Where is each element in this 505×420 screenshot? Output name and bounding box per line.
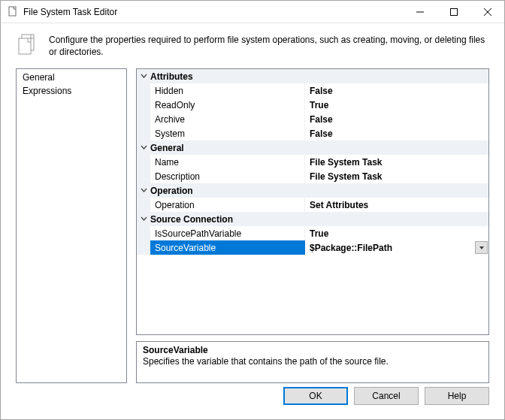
category-label: Source Connection (150, 214, 488, 225)
category-label: Attributes (150, 71, 488, 82)
row-gutter (137, 155, 150, 169)
window-title: File System Task Editor (23, 7, 403, 17)
property-value[interactable]: File System Task (305, 169, 488, 183)
chevron-down-icon[interactable] (137, 144, 150, 151)
category-header[interactable]: Source Connection (137, 212, 488, 226)
property-value[interactable]: $Package::FilePath (305, 240, 488, 255)
row-gutter (137, 240, 150, 255)
description-panel: SourceVariable Specifies the variable th… (136, 341, 489, 383)
svg-rect-0 (9, 7, 16, 16)
property-name: Description (150, 169, 305, 183)
header-description: Configure the properties required to per… (49, 32, 489, 58)
svg-rect-2 (450, 8, 457, 15)
property-row[interactable]: NameFile System Task (137, 155, 488, 169)
property-name: IsSourcePathVariable (150, 226, 305, 240)
property-value[interactable]: File System Task (305, 155, 488, 169)
property-name: System (150, 126, 305, 141)
cancel-button[interactable]: Cancel (354, 387, 419, 405)
property-name: ReadOnly (150, 98, 305, 112)
footer: OK Cancel Help (1, 383, 504, 419)
row-gutter (137, 198, 150, 212)
dialog-window: File System Task Editor Configure the pr… (0, 0, 505, 420)
app-icon (7, 6, 19, 18)
property-name: SourceVariable (150, 240, 305, 255)
property-name: Operation (150, 198, 305, 212)
dropdown-button[interactable] (475, 241, 488, 254)
property-grid[interactable]: AttributesHiddenFalseReadOnlyTrueArchive… (136, 68, 489, 335)
property-name: Hidden (150, 83, 305, 98)
property-value[interactable]: True (305, 98, 488, 112)
maximize-button[interactable] (437, 1, 470, 23)
category-header[interactable]: Operation (137, 183, 488, 198)
header: Configure the properties required to per… (1, 23, 504, 68)
category-label: Operation (150, 186, 488, 196)
category-header[interactable]: General (137, 141, 488, 155)
help-button[interactable]: Help (425, 387, 489, 405)
ok-button[interactable]: OK (283, 387, 348, 405)
description-title: SourceVariable (143, 345, 482, 355)
close-button[interactable] (470, 1, 504, 23)
property-name: Name (150, 155, 305, 169)
row-gutter (137, 126, 150, 141)
property-value[interactable]: False (305, 112, 488, 126)
property-value[interactable]: Set Attributes (305, 198, 488, 212)
category-header[interactable]: Attributes (137, 69, 488, 83)
property-row[interactable]: ReadOnlyTrue (137, 98, 488, 112)
row-gutter (137, 112, 150, 126)
row-gutter (137, 98, 150, 112)
titlebar: File System Task Editor (1, 1, 504, 23)
property-value[interactable]: False (305, 83, 488, 98)
category-label: General (150, 143, 488, 153)
chevron-down-icon[interactable] (137, 216, 150, 222)
minimize-button[interactable] (403, 1, 437, 23)
row-gutter (137, 226, 150, 240)
property-row[interactable]: SourceVariable$Package::FilePath (137, 240, 488, 255)
property-row[interactable]: OperationSet Attributes (137, 198, 488, 212)
row-gutter (137, 83, 150, 98)
nav-item-expressions[interactable]: Expressions (17, 84, 126, 98)
property-value[interactable]: False (305, 126, 488, 141)
description-text: Specifies the variable that contains the… (143, 356, 482, 367)
property-row[interactable]: SystemFalse (137, 126, 488, 141)
right-column: AttributesHiddenFalseReadOnlyTrueArchive… (136, 68, 489, 383)
property-row[interactable]: ArchiveFalse (137, 112, 488, 126)
property-row[interactable]: IsSourcePathVariableTrue (137, 226, 488, 240)
chevron-down-icon[interactable] (137, 187, 150, 194)
nav-item-general[interactable]: General (17, 71, 126, 84)
chevron-down-icon[interactable] (137, 73, 150, 80)
svg-rect-6 (19, 38, 31, 54)
property-value[interactable]: True (305, 226, 488, 240)
task-icon (16, 32, 40, 56)
row-gutter (137, 169, 150, 183)
property-row[interactable]: HiddenFalse (137, 83, 488, 98)
property-row[interactable]: DescriptionFile System Task (137, 169, 488, 183)
property-name: Archive (150, 112, 305, 126)
nav-panel: General Expressions (16, 68, 127, 383)
body: General Expressions AttributesHiddenFals… (1, 68, 504, 383)
